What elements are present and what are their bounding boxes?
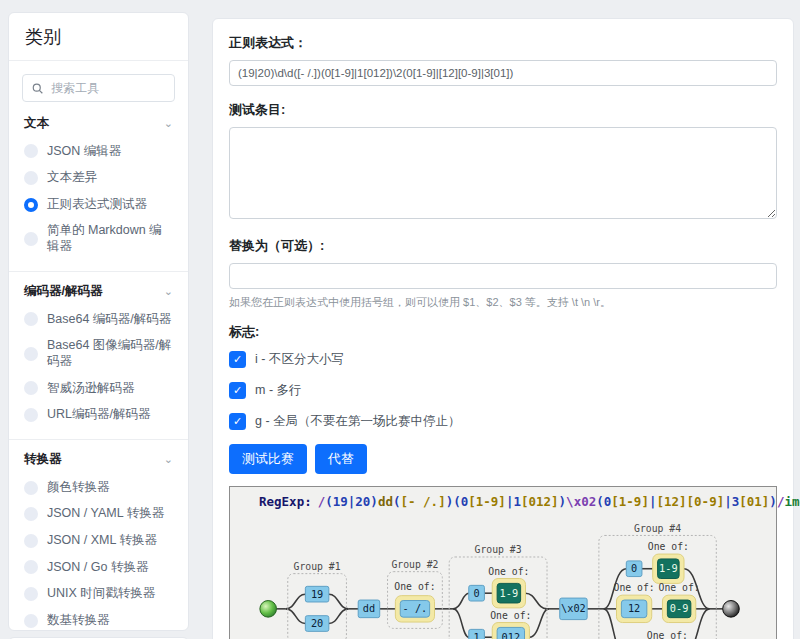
flag-g-label: g - 全局（不要在第一场比赛中停止） bbox=[255, 413, 461, 430]
search-input[interactable] bbox=[51, 81, 165, 95]
sidebar-item-label: 智威汤逊解码器 bbox=[47, 381, 135, 397]
radio-icon bbox=[24, 481, 38, 495]
sidebar-item-base64-image[interactable]: Base64 图像编码器/解码器 bbox=[22, 333, 175, 375]
radio-icon bbox=[24, 587, 38, 601]
chevron-down-icon: ⌄ bbox=[164, 286, 173, 297]
replace-label: 替换为（可选）: bbox=[229, 237, 777, 255]
svg-text:Group #1: Group #1 bbox=[294, 561, 341, 572]
sidebar-item-regex-tester[interactable]: 正则表达式测试器 bbox=[22, 191, 175, 218]
radio-icon bbox=[24, 560, 38, 574]
svg-text:One of:: One of: bbox=[490, 610, 531, 621]
checkbox-checked-icon[interactable]: ✓ bbox=[229, 382, 246, 399]
sidebar-section-text[interactable]: 文本 ⌄ bbox=[24, 115, 173, 132]
svg-text:Group #2: Group #2 bbox=[391, 559, 438, 570]
radio-icon bbox=[24, 507, 38, 521]
svg-text:One of:: One of: bbox=[659, 582, 700, 593]
svg-text:Group #4: Group #4 bbox=[634, 523, 681, 534]
sidebar-item-color-converter[interactable]: 颜色转换器 bbox=[22, 474, 175, 501]
regex-railroad-diagram: RegExp:/(19|20)dd([- /.])(0[1-9]|1[012])… bbox=[229, 486, 777, 639]
start-node-icon bbox=[260, 601, 277, 618]
flag-g-row[interactable]: ✓ g - 全局（不要在第一场比赛中停止） bbox=[229, 413, 777, 430]
sidebar-item-markdown-editor[interactable]: 简单的 Markdown 编辑器 bbox=[22, 218, 175, 260]
checkbox-checked-icon[interactable]: ✓ bbox=[229, 351, 246, 368]
radio-icon bbox=[24, 534, 38, 548]
radio-icon bbox=[24, 171, 38, 185]
svg-text:One of:: One of: bbox=[488, 566, 529, 577]
sidebar-section-codecs[interactable]: 编码器/解码器 ⌄ bbox=[24, 283, 173, 300]
sidebar-item-number-base[interactable]: 数基转换器 bbox=[22, 607, 175, 631]
replace-input[interactable] bbox=[229, 263, 777, 289]
section-label: 文本 bbox=[24, 115, 49, 132]
svg-text:0: 0 bbox=[631, 562, 637, 574]
chevron-down-icon: ⌄ bbox=[164, 454, 173, 465]
radio-selected-icon bbox=[24, 198, 38, 212]
svg-text:1-9: 1-9 bbox=[500, 587, 519, 599]
sidebar-item-unix-timestamp[interactable]: UNIX 时间戳转换器 bbox=[22, 581, 175, 608]
sidebar-item-json-yaml[interactable]: JSON / YAML 转换器 bbox=[22, 501, 175, 528]
svg-text:19: 19 bbox=[311, 588, 323, 600]
radio-icon bbox=[24, 347, 38, 361]
svg-text:One of:: One of: bbox=[647, 630, 688, 639]
regex-label: 正则表达式： bbox=[229, 34, 777, 52]
sidebar-section-converters[interactable]: 转换器 ⌄ bbox=[24, 451, 173, 468]
radio-icon bbox=[24, 232, 38, 246]
divider bbox=[9, 439, 188, 440]
radio-icon bbox=[24, 381, 38, 395]
svg-text:12: 12 bbox=[628, 602, 640, 614]
regex-tester-panel: 正则表达式： 测试条目: 替换为（可选）: 如果您在正则表达式中使用括号组，则可… bbox=[212, 18, 794, 639]
test-entries-textarea[interactable] bbox=[229, 127, 777, 219]
sidebar-item-label: Base64 图像编码器/解码器 bbox=[47, 338, 173, 369]
flag-m-row[interactable]: ✓ m - 多行 bbox=[229, 382, 777, 399]
regexp-prefix: RegExp: bbox=[259, 494, 312, 509]
sidebar-item-label: JSON 编辑器 bbox=[47, 144, 121, 160]
sidebar-item-json-editor[interactable]: JSON 编辑器 bbox=[22, 138, 175, 165]
svg-text:One of:: One of: bbox=[614, 582, 655, 593]
sidebar-item-json-go[interactable]: JSON / Go 转换器 bbox=[22, 554, 175, 581]
svg-text:One of:: One of: bbox=[394, 581, 435, 592]
svg-text:0-9: 0-9 bbox=[670, 602, 689, 614]
radio-icon bbox=[24, 408, 38, 422]
flag-i-row[interactable]: ✓ i - 不区分大小写 bbox=[229, 351, 777, 368]
section-label: 编码器/解码器 bbox=[24, 283, 102, 300]
regex-input[interactable] bbox=[229, 60, 777, 86]
svg-text:0: 0 bbox=[473, 587, 479, 599]
sidebar-item-label: 文本差异 bbox=[47, 170, 97, 186]
flag-i-label: i - 不区分大小写 bbox=[255, 351, 344, 368]
radio-icon bbox=[24, 614, 38, 628]
sidebar-item-jwt-decoder[interactable]: 智威汤逊解码器 bbox=[22, 375, 175, 402]
replace-button[interactable]: 代替 bbox=[315, 444, 367, 474]
sidebar-item-label: 数基转换器 bbox=[47, 613, 110, 629]
svg-text:Group #3: Group #3 bbox=[475, 544, 522, 555]
sidebar-item-label: 颜色转换器 bbox=[47, 480, 110, 496]
section-label: 转换器 bbox=[24, 451, 62, 468]
chevron-down-icon: ⌄ bbox=[164, 118, 173, 129]
svg-text:20: 20 bbox=[311, 617, 323, 629]
svg-text:\x02: \x02 bbox=[561, 602, 586, 614]
sidebar-title: 类别 bbox=[9, 13, 188, 60]
sidebar-item-label: JSON / YAML 转换器 bbox=[47, 506, 164, 522]
sidebar-item-base64[interactable]: Base64 编码器/解码器 bbox=[22, 306, 175, 333]
sidebar-item-json-xml[interactable]: JSON / XML 转换器 bbox=[22, 528, 175, 555]
sidebar-item-label: URL编码器/解码器 bbox=[47, 407, 150, 423]
replace-help-text: 如果您在正则表达式中使用括号组，则可以使用 $1、$2、$3 等。支持 \t \… bbox=[229, 295, 777, 310]
sidebar-item-url-codec[interactable]: URL编码器/解码器 bbox=[22, 402, 175, 429]
svg-text:dd: dd bbox=[363, 602, 375, 614]
sidebar-item-text-diff[interactable]: 文本差异 bbox=[22, 165, 175, 192]
end-node-icon bbox=[723, 601, 740, 618]
svg-text:- /.: - /. bbox=[403, 602, 428, 614]
sidebar-item-label: 正则表达式测试器 bbox=[47, 197, 147, 213]
search-box[interactable] bbox=[22, 74, 175, 102]
sidebar-item-label: UNIX 时间戳转换器 bbox=[47, 586, 155, 602]
svg-text:1-9: 1-9 bbox=[659, 562, 678, 574]
divider bbox=[9, 271, 188, 272]
radio-icon bbox=[24, 312, 38, 326]
svg-text:012: 012 bbox=[502, 631, 521, 639]
svg-text:1: 1 bbox=[473, 631, 479, 639]
checkbox-checked-icon[interactable]: ✓ bbox=[229, 413, 246, 430]
test-matches-button[interactable]: 测试比赛 bbox=[229, 444, 307, 474]
sidebar-item-label: 简单的 Markdown 编辑器 bbox=[47, 223, 173, 254]
test-entries-label: 测试条目: bbox=[229, 101, 777, 119]
sidebar-item-label: JSON / XML 转换器 bbox=[47, 533, 157, 549]
sidebar: 类别 文本 ⌄ JSON 编辑器 文本差异 正则表达式测试器 简单的 bbox=[8, 12, 189, 631]
radio-icon bbox=[24, 144, 38, 158]
